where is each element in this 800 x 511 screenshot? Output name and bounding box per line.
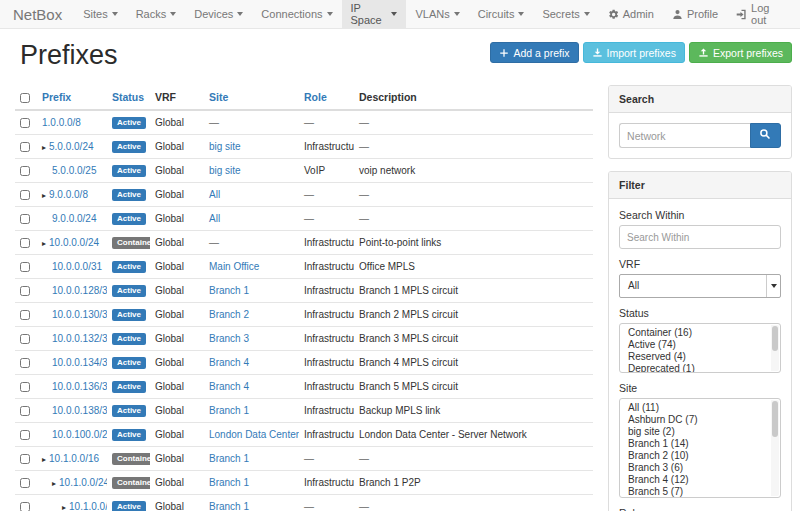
site-link[interactable]: Main Office bbox=[209, 261, 259, 272]
prefix-link[interactable]: 10.0.0.130/31 bbox=[52, 309, 107, 320]
option[interactable]: Reserved (4) bbox=[620, 351, 780, 363]
role-cell: Infrastructure bbox=[299, 135, 354, 159]
site-link[interactable]: big site bbox=[209, 141, 241, 152]
prefix-link[interactable]: 1.0.0.0/8 bbox=[42, 117, 81, 128]
row-checkbox[interactable] bbox=[20, 502, 30, 511]
filter-panel: Filter Search Within VRF All Sta bbox=[608, 171, 792, 511]
nav-item-vlans[interactable]: VLANs bbox=[406, 0, 468, 28]
brand[interactable]: NetBox bbox=[0, 0, 74, 28]
nav-item-racks[interactable]: Racks bbox=[127, 0, 186, 28]
option[interactable]: Branch 5 (7) bbox=[620, 486, 780, 498]
site-link[interactable]: Branch 1 bbox=[209, 285, 249, 296]
row-checkbox[interactable] bbox=[20, 358, 30, 368]
prefix-link[interactable]: 10.0.0.136/31 bbox=[52, 381, 107, 392]
site-listbox[interactable]: All (11)Ashburn DC (7)big site (2)Branch… bbox=[619, 398, 781, 498]
site-link[interactable]: London Data Center bbox=[209, 429, 299, 440]
column-header-role[interactable]: Role bbox=[299, 85, 354, 110]
prefix-link[interactable]: 5.0.0.0/24 bbox=[49, 141, 93, 152]
row-checkbox[interactable] bbox=[20, 262, 30, 272]
site-link[interactable]: Branch 1 bbox=[209, 501, 249, 511]
export-icon bbox=[698, 47, 709, 58]
prefix-link[interactable]: 10.0.0.0/24 bbox=[49, 237, 99, 248]
option[interactable]: Ashburn DC (7) bbox=[620, 414, 780, 426]
row-checkbox[interactable] bbox=[20, 310, 30, 320]
nav-item-ip-space[interactable]: IP Space bbox=[342, 0, 407, 28]
prefix-link[interactable]: 10.0.0.132/31 bbox=[52, 333, 107, 344]
site-link[interactable]: big site bbox=[209, 165, 241, 176]
row-checkbox[interactable] bbox=[20, 454, 30, 464]
prefix-link[interactable]: 9.0.0.0/8 bbox=[49, 189, 88, 200]
role-cell: Infrastructure bbox=[299, 351, 354, 375]
scrollbar-thumb[interactable] bbox=[772, 401, 778, 437]
nav-item-secrets[interactable]: Secrets bbox=[533, 0, 598, 28]
import-prefixes-button[interactable]: Import prefixes bbox=[583, 42, 685, 63]
prefix-link[interactable]: 10.1.0.0/16 bbox=[49, 453, 99, 464]
search-input[interactable] bbox=[619, 123, 750, 148]
row-checkbox[interactable] bbox=[20, 118, 30, 128]
add-a-prefix-button[interactable]: Add a prefix bbox=[490, 42, 578, 63]
nav-item-connections[interactable]: Connections bbox=[252, 0, 341, 28]
option[interactable]: Active (74) bbox=[620, 339, 780, 351]
select-all-checkbox[interactable] bbox=[20, 93, 30, 103]
option[interactable]: Branch 4 (12) bbox=[620, 474, 780, 486]
option[interactable]: Branch 2 (10) bbox=[620, 450, 780, 462]
site-link[interactable]: Branch 1 bbox=[209, 477, 249, 488]
status-listbox[interactable]: Container (16)Active (74)Reserved (4)Dep… bbox=[619, 323, 781, 373]
row-checkbox[interactable] bbox=[20, 238, 30, 248]
search-button[interactable] bbox=[750, 123, 781, 148]
nav-item-circuits[interactable]: Circuits bbox=[469, 0, 534, 28]
nav-item-sites[interactable]: Sites bbox=[74, 0, 126, 28]
row-checkbox[interactable] bbox=[20, 334, 30, 344]
description-value: — bbox=[359, 213, 369, 224]
prefix-link[interactable]: 10.0.0.0/31 bbox=[52, 261, 102, 272]
site-link[interactable]: Branch 4 bbox=[209, 381, 249, 392]
description-cell: — bbox=[354, 495, 593, 511]
nav-item-profile[interactable]: Profile bbox=[663, 0, 727, 28]
option[interactable]: All (11) bbox=[620, 402, 780, 414]
column-header-prefix[interactable]: Prefix bbox=[37, 85, 107, 110]
option[interactable]: Branch 1 (14) bbox=[620, 438, 780, 450]
row-checkbox[interactable] bbox=[20, 166, 30, 176]
nav-item-admin[interactable]: Admin bbox=[599, 0, 663, 28]
row-checkbox[interactable] bbox=[20, 142, 30, 152]
row-checkbox[interactable] bbox=[20, 190, 30, 200]
prefix-link[interactable]: 5.0.0.0/25 bbox=[52, 165, 96, 176]
vrf-select[interactable]: All bbox=[619, 274, 781, 298]
site-link[interactable]: All bbox=[209, 189, 220, 200]
option[interactable]: Branch 3 (6) bbox=[620, 462, 780, 474]
row-checkbox[interactable] bbox=[20, 430, 30, 440]
nav-item-devices[interactable]: Devices bbox=[185, 0, 252, 28]
site-link[interactable]: Branch 1 bbox=[209, 405, 249, 416]
option[interactable]: big site (2) bbox=[620, 426, 780, 438]
row-checkbox[interactable] bbox=[20, 382, 30, 392]
column-header-status[interactable]: Status bbox=[107, 85, 150, 110]
column-header-site[interactable]: Site bbox=[204, 85, 299, 110]
site-link[interactable]: Branch 1 bbox=[209, 453, 249, 464]
prefix-link[interactable]: 10.0.0.138/31 bbox=[52, 405, 107, 416]
prefix-link[interactable]: 9.0.0.0/24 bbox=[52, 213, 96, 224]
option[interactable]: Container (16) bbox=[620, 327, 780, 339]
nav-item-label: Profile bbox=[687, 8, 718, 20]
search-within-input[interactable] bbox=[619, 225, 781, 249]
row-checkbox[interactable] bbox=[20, 478, 30, 488]
option[interactable]: Deprecated (1) bbox=[620, 363, 780, 373]
table-row: 10.0.100.0/24ActiveGlobalLondon Data Cen… bbox=[15, 423, 593, 447]
site-link[interactable]: Branch 2 bbox=[209, 309, 249, 320]
role-value: Infrastructure bbox=[304, 477, 354, 488]
caret-down-icon bbox=[237, 12, 243, 16]
row-checkbox[interactable] bbox=[20, 286, 30, 296]
site-link[interactable]: Branch 3 bbox=[209, 333, 249, 344]
export-prefixes-button[interactable]: Export prefixes bbox=[689, 42, 792, 63]
site-link[interactable]: Branch 4 bbox=[209, 357, 249, 368]
prefix-link[interactable]: 10.1.0.0/24 bbox=[59, 477, 107, 488]
nav-item-log-out[interactable]: Log out bbox=[727, 0, 794, 28]
scrollbar-thumb[interactable] bbox=[772, 326, 778, 351]
prefix-link[interactable]: 10.0.100.0/24 bbox=[52, 429, 107, 440]
prefix-link[interactable]: 10.0.0.134/31 bbox=[52, 357, 107, 368]
prefix-link[interactable]: 10.1.0.0/25 bbox=[69, 501, 107, 511]
prefix-link[interactable]: 10.0.0.128/31 bbox=[52, 285, 107, 296]
row-checkbox[interactable] bbox=[20, 406, 30, 416]
role-value: Infrastructure bbox=[304, 333, 354, 344]
row-checkbox[interactable] bbox=[20, 214, 30, 224]
site-link[interactable]: All bbox=[209, 213, 220, 224]
